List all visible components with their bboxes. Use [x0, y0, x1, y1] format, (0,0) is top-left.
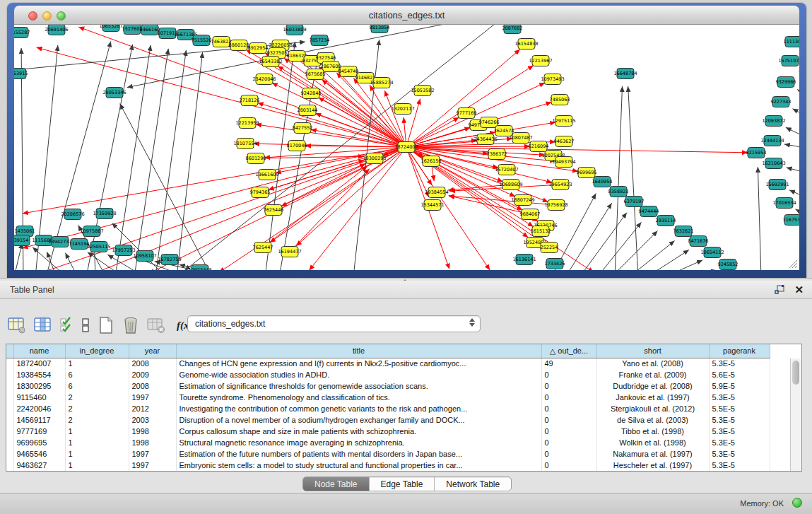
table-cell[interactable]: 1997: [129, 392, 176, 403]
graph-node[interactable]: 7625446: [264, 205, 284, 216]
graph-node[interactable]: 9684067: [520, 209, 541, 220]
column-visibility-icon[interactable]: [34, 317, 52, 334]
table-row[interactable]: 1872400712008Changes of HCN gene express…: [6, 358, 770, 369]
table-cell[interactable]: 1: [65, 437, 129, 448]
table-cell[interactable]: 9115460: [13, 392, 65, 403]
graph-node[interactable]: 16136141: [512, 255, 536, 265]
graph-node[interactable]: 12505115: [87, 242, 110, 252]
row-select-icon[interactable]: [59, 317, 73, 334]
graph-node[interactable]: 10807487: [509, 133, 532, 144]
network-graph-svg[interactable]: 2155287206914061065328715276029466160107…: [14, 25, 799, 270]
table-row[interactable]: 1830029562008Estimation of significance …: [6, 380, 770, 392]
graph-node[interactable]: 7857234: [310, 35, 330, 46]
table-cell[interactable]: 18300295: [13, 380, 65, 392]
table-cell[interactable]: Estimation of the future numbers of pati…: [176, 448, 541, 460]
graph-node[interactable]: 8601296: [246, 153, 266, 164]
graph-node[interactable]: 8813054: [370, 25, 390, 33]
table-cell[interactable]: Tibbo et al. (1998): [596, 426, 709, 437]
tab-edge-table[interactable]: Edge Table: [370, 477, 435, 491]
table-cell[interactable]: Disruption of a novel member of a sodium…: [176, 414, 541, 426]
graph-node[interactable]: 8471676: [688, 236, 709, 247]
table-cell[interactable]: 5.3E-5: [709, 460, 770, 471]
graph-node[interactable]: 19384554: [425, 187, 448, 198]
graph-node[interactable]: 19654923: [548, 180, 572, 190]
graph-node[interactable]: 9242848: [301, 88, 322, 99]
table-cell[interactable]: 5.3E-5: [709, 437, 770, 448]
graph-node[interactable]: 1640954: [592, 177, 613, 187]
graph-node[interactable]: 8860128: [229, 40, 249, 51]
graph-node[interactable]: 252254: [541, 243, 558, 253]
table-cell[interactable]: Estimation of significance thresholds fo…: [176, 380, 541, 392]
graph-node[interactable]: 7515526: [192, 35, 212, 46]
graph-node[interactable]: 10958107: [133, 251, 156, 262]
graph-node[interactable]: 18807249: [511, 195, 534, 206]
network-view-canvas[interactable]: 2155287206914061065328715276029466160107…: [14, 25, 799, 270]
graph-node[interactable]: 9245852: [718, 259, 739, 270]
table-cell[interactable]: 5.3E-5: [709, 448, 770, 460]
delete-columns-icon[interactable]: [147, 317, 165, 334]
graph-node[interactable]: 1733426: [545, 259, 565, 269]
graph-node[interactable]: 15885274: [370, 78, 393, 88]
graph-node[interactable]: 17359928: [93, 209, 116, 219]
graph-node[interactable]: 12923448: [188, 265, 211, 271]
table-cell[interactable]: Genome-wide association studies in ADHD.: [176, 369, 541, 380]
table-cell[interactable]: 0: [541, 392, 596, 403]
graph-node[interactable]: 7485063: [550, 95, 570, 105]
table-cell[interactable]: de Silva et al. (2003): [596, 414, 709, 426]
graph-node[interactable]: 8358923: [608, 187, 629, 197]
graph-node[interactable]: 2718126: [240, 95, 260, 106]
table-cell[interactable]: Tourette syndrome. Phenomenology and cla…: [176, 392, 541, 403]
table-row[interactable]: 911546021997Tourette syndrome. Phenomeno…: [6, 392, 770, 403]
graph-node[interactable]: 9794365: [250, 187, 271, 198]
graph-node[interactable]: 39154: [14, 235, 30, 246]
table-cell[interactable]: 1: [65, 426, 129, 437]
network-window[interactable]: citations_edges.txt 21552872069140610653…: [7, 3, 806, 278]
new-table-icon[interactable]: [98, 316, 114, 334]
table-cell[interactable]: Corpus callosum shape and size in male p…: [176, 426, 541, 437]
graph-node[interactable]: 17016534: [772, 198, 796, 209]
graph-node[interactable]: 18300295: [363, 153, 386, 164]
graph-node[interactable]: 1167533: [783, 215, 799, 226]
graph-node[interactable]: 12093872: [762, 116, 785, 127]
graph-node[interactable]: 3624574: [494, 126, 514, 136]
float-panel-icon[interactable]: [775, 285, 785, 295]
table-cell[interactable]: 1997: [129, 448, 176, 460]
graph-node[interactable]: 1111304: [784, 37, 799, 47]
graph-node[interactable]: 1626156: [421, 156, 442, 167]
table-cell[interactable]: 2012: [129, 403, 176, 414]
graph-node[interactable]: 19756928: [544, 200, 567, 211]
graph-node[interactable]: 2803144: [298, 105, 318, 116]
table-cell[interactable]: 0: [541, 380, 596, 392]
column-header[interactable]: name: [13, 344, 65, 358]
table-cell[interactable]: 5.5E-5: [709, 403, 770, 414]
column-header[interactable]: title: [176, 344, 541, 358]
table-vertical-scrollbar[interactable]: [790, 358, 801, 472]
table-cell[interactable]: 1: [65, 460, 129, 471]
table-cell[interactable]: 5.3E-5: [709, 426, 770, 437]
table-cell[interactable]: 0: [541, 426, 596, 437]
tab-node-table[interactable]: Node Table: [303, 477, 370, 491]
delete-table-icon[interactable]: [122, 316, 139, 334]
graph-node[interactable]: 13661609: [255, 170, 278, 180]
table-cell[interactable]: Nakamura et al. (1997): [596, 448, 709, 460]
table-cell[interactable]: 0: [541, 448, 596, 460]
table-cell[interactable]: Jankovic et al. (1997): [596, 392, 709, 403]
table-cell[interactable]: 1: [65, 448, 129, 460]
graph-node[interactable]: 9329966: [776, 77, 796, 88]
table-cell[interactable]: 9777169: [13, 426, 65, 437]
table-cell[interactable]: 2: [65, 403, 129, 414]
table-cell[interactable]: 49: [541, 358, 596, 369]
graph-node[interactable]: 15692991: [765, 180, 789, 190]
graph-node[interactable]: 23420046: [252, 74, 276, 85]
graph-node[interactable]: 5675685: [305, 69, 326, 80]
table-cell[interactable]: 9699695: [13, 437, 65, 448]
graph-node[interactable]: 10975887: [80, 226, 103, 237]
graph-node[interactable]: 16210643: [762, 158, 785, 169]
resize-grip-icon[interactable]: [787, 257, 798, 269]
table-cell[interactable]: Dudbridge et al. (2008): [596, 380, 709, 392]
graph-node[interactable]: 16194477: [278, 247, 301, 257]
graph-node[interactable]: 16782759: [158, 255, 181, 265]
table-cell[interactable]: 2: [65, 414, 129, 426]
table-cell[interactable]: 5.3E-5: [709, 392, 770, 403]
graph-node[interactable]: 15751074: [778, 56, 799, 66]
